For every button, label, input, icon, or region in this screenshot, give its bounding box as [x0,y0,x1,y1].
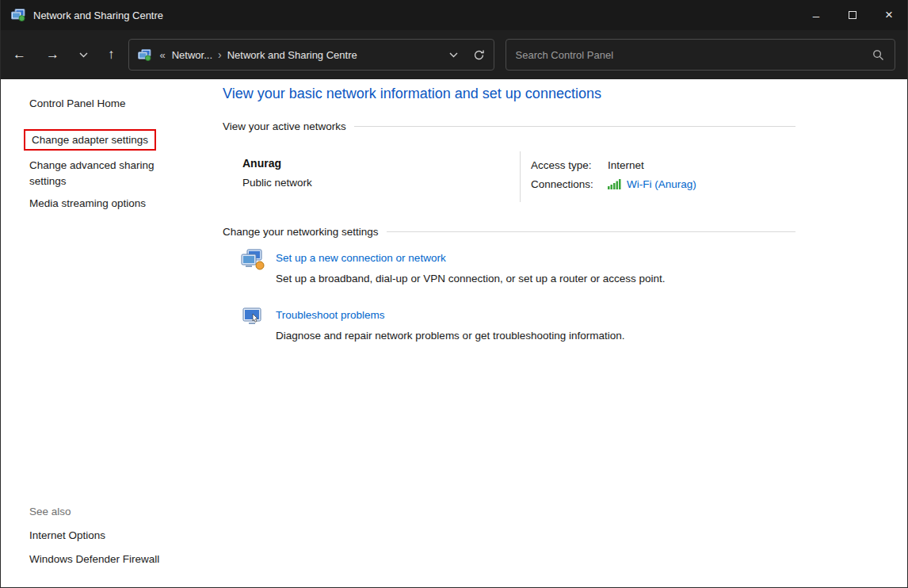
breadcrumb-current[interactable]: Network and Sharing Centre [223,49,361,61]
search-box[interactable] [506,39,896,71]
troubleshoot-problems-description: Diagnose and repair network problems or … [276,330,625,342]
wifi-signal-icon [608,179,622,189]
wifi-connection-link[interactable]: Wi-Fi (Anurag) [627,178,696,190]
app-network-icon [11,9,25,21]
access-type-label: Access type: [531,159,608,171]
network-type: Public network [242,177,312,189]
sidebar-item-change-advanced-sharing-settings[interactable]: Change advanced sharing settings [29,158,174,189]
see-also-header: See also [29,506,71,517]
address-bar[interactable]: « Networ... › Network and Sharing Centre [128,39,494,71]
forward-button[interactable]: → [46,47,59,63]
search-icon[interactable] [872,49,884,61]
active-networks-section-title: View your active networks [223,120,346,132]
setup-new-connection-link[interactable]: Set up a new connection or network [276,252,446,264]
sidebar-item-control-panel-home[interactable]: Control Panel Home [29,97,126,109]
connections-row: Connections: Wi-Fi (Anurag) [531,176,796,192]
address-dropdown-chevron-icon[interactable] [441,40,467,70]
refresh-button[interactable] [467,40,492,70]
nav-buttons: ← → ↑ [13,47,115,63]
section-divider [387,231,795,232]
window-controls: – × [798,0,907,30]
maximize-icon [849,11,856,19]
page-title: View your basic network information and … [223,86,601,102]
navigation-toolbar: ← → ↑ « Networ... › Network and Sharing … [1,30,907,79]
section-divider [354,126,795,127]
connections-label: Connections: [531,178,608,190]
new-connection-icon [241,249,265,273]
sidebar-item-media-streaming-options[interactable]: Media streaming options [29,197,146,209]
maximize-button[interactable] [834,0,871,30]
active-networks-section-header: View your active networks [223,120,795,132]
title-bar: Network and Sharing Centre – × [1,0,907,30]
network-sharing-centre-window: Network and Sharing Centre – × ← → ↑ [0,0,908,588]
address-network-icon [138,49,151,61]
sidebar-item-windows-defender-firewall[interactable]: Windows Defender Firewall [29,553,159,565]
close-button[interactable]: × [871,0,907,30]
breadcrumb-overflow-button[interactable]: « [158,49,168,61]
breadcrumb-separator-icon: › [216,48,223,61]
networking-settings-section-header: Change your networking settings [223,226,795,238]
networking-settings-section-title: Change your networking settings [223,226,379,238]
back-button[interactable]: ← [13,47,26,63]
breadcrumb-parent[interactable]: Networ... [168,49,216,61]
minimize-button[interactable]: – [798,0,834,30]
troubleshoot-icon [242,307,263,330]
recent-pages-chevron-icon[interactable] [79,52,88,58]
troubleshoot-problems-link[interactable]: Troubleshoot problems [276,309,385,321]
window-title: Network and Sharing Centre [33,10,163,21]
sidebar-item-change-adapter-settings-highlighted[interactable]: Change adapter settings [24,129,156,151]
up-button[interactable]: ↑ [108,47,115,63]
network-name: Anurag [242,157,281,170]
sidebar-item-internet-options[interactable]: Internet Options [29,529,105,541]
access-type-value: Internet [608,159,644,171]
network-details-panel: Access type: Internet Connections: Wi-Fi… [520,151,796,202]
search-input[interactable] [506,49,873,61]
setup-new-connection-description: Set up a broadband, dial-up or VPN conne… [276,273,666,284]
access-type-row: Access type: Internet [531,157,796,173]
